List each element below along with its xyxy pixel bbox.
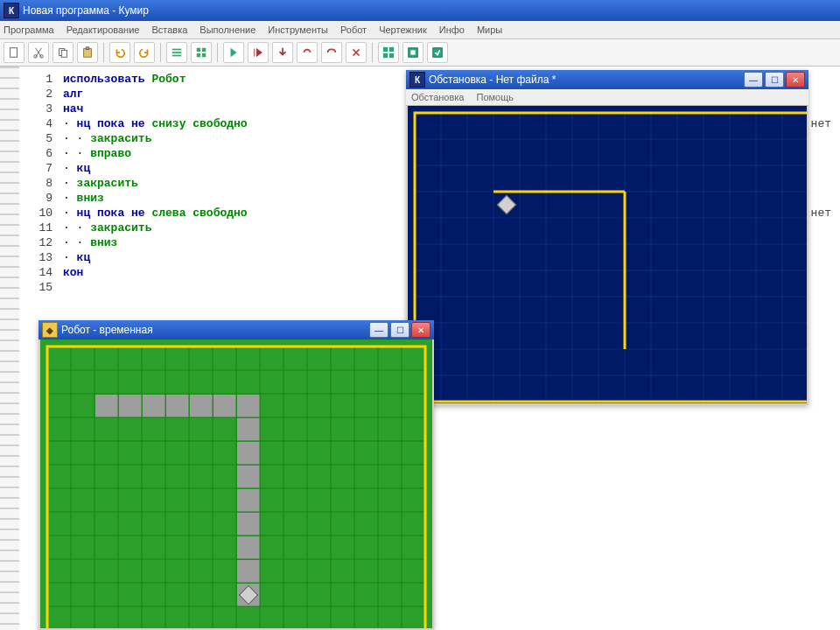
robot-grid-button[interactable] (378, 42, 399, 63)
maximize-button[interactable]: ☐ (390, 322, 410, 338)
svg-rect-13 (202, 53, 206, 57)
redo-button[interactable] (134, 42, 155, 63)
svg-rect-64 (237, 536, 260, 559)
svg-rect-16 (383, 53, 388, 58)
svg-rect-59 (237, 418, 260, 441)
menu-item[interactable]: Программа (4, 24, 54, 35)
toolbar-separator (103, 43, 104, 62)
env-canvas[interactable] (406, 106, 808, 405)
pause-button[interactable] (297, 42, 318, 63)
cut-button[interactable] (28, 42, 49, 63)
menu-item[interactable]: Выполнение (200, 24, 256, 35)
close-button[interactable]: ✕ (786, 72, 805, 88)
minimize-button[interactable]: — (744, 72, 763, 88)
svg-rect-9 (172, 55, 182, 57)
svg-rect-63 (237, 513, 260, 536)
robot-save-button[interactable] (427, 42, 448, 63)
code-area[interactable]: использовать Роботалгнач· нц пока не сни… (63, 72, 248, 295)
svg-rect-12 (197, 53, 200, 57)
toolbar-separator (160, 43, 161, 62)
app-icon: К (4, 3, 19, 18)
svg-rect-53 (119, 395, 142, 417)
svg-rect-57 (214, 395, 236, 417)
main-title: Новая программа - Кумир (23, 4, 149, 17)
robot-titlebar[interactable]: ◆ Робот - временная — ☐ ✕ (38, 320, 434, 340)
svg-rect-5 (84, 49, 92, 58)
svg-rect-52 (95, 395, 118, 417)
toolbar-separator (372, 43, 373, 62)
robot-canvas[interactable] (38, 340, 434, 630)
svg-rect-10 (197, 48, 200, 52)
margin-area: нетнет (811, 72, 831, 295)
svg-rect-19 (410, 50, 415, 54)
toolbar-separator (217, 43, 218, 62)
main-menubar: ПрограммаРедактированиеВставкаВыполнение… (0, 21, 840, 39)
line-gutter: 123456789101112131415 (19, 72, 58, 295)
svg-point-1 (34, 55, 38, 59)
svg-rect-60 (237, 442, 260, 465)
paste-button[interactable] (77, 42, 98, 63)
svg-rect-4 (61, 50, 66, 57)
env-titlebar[interactable]: К Обстановка - Нет файла * — ☐ ✕ (406, 70, 808, 89)
menu-item[interactable]: Помощь (476, 92, 514, 102)
svg-rect-54 (143, 395, 165, 417)
svg-rect-56 (190, 395, 213, 417)
maximize-button[interactable]: ☐ (765, 72, 784, 88)
spiral-binding (0, 66, 20, 630)
svg-rect-15 (389, 47, 394, 52)
menu-item[interactable]: Редактирование (66, 24, 140, 35)
environment-window[interactable]: К Обстановка - Нет файла * — ☐ ✕ Обстано… (406, 70, 808, 405)
robot-title: Робот - временная (61, 324, 153, 336)
close-button[interactable]: ✕ (411, 322, 430, 338)
step-into-button[interactable] (272, 42, 293, 63)
menu-item[interactable]: Чертежник (379, 24, 427, 35)
new-button[interactable] (4, 42, 24, 63)
robot-app-icon: ◆ (42, 322, 58, 338)
svg-rect-58 (237, 395, 260, 417)
svg-point-2 (40, 55, 44, 59)
svg-rect-0 (10, 48, 18, 58)
main-titlebar: К Новая программа - Кумир (0, 0, 840, 21)
env-title: Обстановка - Нет файла * (429, 74, 556, 86)
svg-rect-61 (237, 466, 260, 488)
menu-item[interactable]: Обстановка (411, 92, 464, 102)
env-app-icon: К (410, 72, 425, 88)
tool-btn[interactable] (191, 42, 212, 63)
step-button[interactable] (248, 42, 269, 63)
menu-item[interactable]: Инфо (439, 24, 465, 35)
menu-item[interactable]: Инструменты (268, 24, 328, 35)
svg-rect-17 (389, 53, 394, 58)
svg-rect-14 (383, 47, 388, 52)
svg-rect-8 (172, 52, 182, 53)
svg-rect-7 (172, 49, 182, 51)
menu-item[interactable]: Вставка (151, 24, 187, 35)
main-toolbar (0, 39, 840, 66)
svg-rect-55 (166, 395, 189, 417)
tool-btn[interactable] (166, 42, 187, 63)
menu-item[interactable]: Миры (477, 24, 502, 35)
copy-button[interactable] (52, 42, 74, 63)
svg-rect-6 (86, 47, 89, 50)
menu-item[interactable]: Робот (340, 24, 367, 35)
main-area: 123456789101112131415 использовать Робот… (0, 66, 840, 630)
undo-button[interactable] (109, 42, 130, 63)
run-button[interactable] (223, 42, 244, 63)
env-menubar: ОбстановкаПомощь (406, 89, 808, 106)
svg-rect-49 (415, 113, 807, 402)
svg-rect-11 (202, 48, 206, 52)
stop-button[interactable] (346, 42, 367, 63)
minimize-button[interactable]: — (369, 322, 388, 338)
robot-window[interactable]: ◆ Робот - временная — ☐ ✕ (38, 320, 434, 630)
svg-rect-65 (237, 560, 260, 583)
robot-open-button[interactable] (402, 42, 424, 63)
svg-rect-62 (237, 489, 260, 512)
pause-button[interactable] (321, 42, 342, 63)
